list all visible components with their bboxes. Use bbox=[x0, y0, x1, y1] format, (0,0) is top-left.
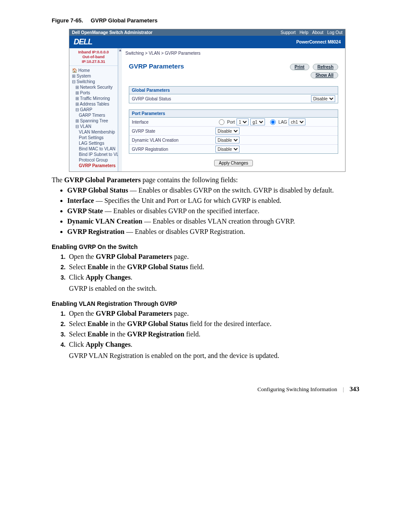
footer-separator: | bbox=[343, 386, 344, 392]
app-titlebar: Dell OpenManage Switch Administrator Sup… bbox=[69, 29, 345, 36]
nav-garp[interactable]: ⊟ GARP bbox=[75, 107, 117, 112]
step-result: GVRP is enabled on the switch. bbox=[69, 285, 359, 292]
dell-logo: DELL bbox=[74, 37, 92, 47]
port-parameters-group: Port Parameters Interface Port 1 g1 LAG … bbox=[129, 109, 338, 154]
nav-gvrp-parameters[interactable]: GVRP Parameters bbox=[78, 163, 117, 168]
nav-switching[interactable]: ⊟ Switching bbox=[71, 79, 117, 84]
nav-traffic-mirroring[interactable]: ⊞ Traffic Mirroring bbox=[75, 96, 117, 101]
port-label: Port bbox=[227, 120, 235, 124]
figure-number: Figure 7-65. bbox=[52, 17, 83, 24]
link-help[interactable]: Help bbox=[299, 30, 308, 35]
interface-label: Interface bbox=[132, 120, 214, 124]
page-footer: Configuring Switching Information | 343 bbox=[52, 386, 359, 393]
fields-list: GVRP Global Status — Enables or disables… bbox=[67, 187, 359, 236]
nav-garp-timers[interactable]: GARP Timers bbox=[78, 112, 117, 118]
product-name: PowerConnect M8024 bbox=[296, 40, 341, 44]
showall-button[interactable]: Show All bbox=[311, 72, 338, 78]
content-pane: GVRP Parameters Print Refresh Show All G… bbox=[122, 62, 345, 171]
titlebar-links: Support Help About Log Out bbox=[278, 30, 342, 35]
global-status-select[interactable]: Disable bbox=[311, 95, 335, 102]
gvrp-state-label: GVRP State bbox=[132, 129, 214, 134]
link-logout[interactable]: Log Out bbox=[327, 30, 342, 35]
nav-bind-mac[interactable]: Bind MAC to VLAN bbox=[78, 146, 117, 152]
nav-scrollbar[interactable]: ▲ bbox=[118, 48, 122, 171]
nav-network-security[interactable]: ⊞ Network Security bbox=[75, 84, 117, 90]
field-item: GVRP Registration — Enables or disables … bbox=[67, 228, 359, 236]
left-column: Inband IP:0.0.0.0 Out-of-band IP:10.27.5… bbox=[69, 48, 118, 171]
global-parameters-group: Global Parameters GVRP Global Status Dis… bbox=[129, 86, 338, 103]
gvrp-registration-label: GVRP Registration bbox=[132, 147, 214, 152]
footer-section: Configuring Switching Information bbox=[258, 386, 337, 392]
scroll-up-icon[interactable]: ▲ bbox=[118, 48, 122, 52]
section-enable-vlan-reg: Enabling VLAN Registration Through GVRP bbox=[52, 300, 359, 307]
steps-enable-vlan-reg: Open the GVRP Global Parameters page. Se… bbox=[67, 310, 359, 360]
section-enable-gvrp: Enabling GVRP On the Switch bbox=[52, 243, 359, 250]
lag-label: LAG bbox=[278, 120, 287, 124]
refresh-button[interactable]: Refresh bbox=[313, 64, 338, 70]
field-item: GVRP State — Enables or disables GVRP on… bbox=[67, 207, 359, 215]
app-title: Dell OpenManage Switch Administrator bbox=[72, 30, 153, 35]
port-if-select[interactable]: g1 bbox=[250, 118, 265, 125]
global-status-label: GVRP Global Status bbox=[132, 96, 214, 101]
port-radio[interactable] bbox=[219, 119, 224, 125]
nav-vlan[interactable]: ⊟ VLAN bbox=[75, 124, 117, 129]
pane-title: GVRP Parameters bbox=[129, 62, 184, 70]
breadcrumb: Switching > VLAN > GVRP Parameters bbox=[122, 48, 345, 61]
nav-ports[interactable]: ⊞ Ports bbox=[75, 90, 117, 96]
app-body: Inband IP:0.0.0.0 Out-of-band IP:10.27.5… bbox=[69, 48, 345, 171]
app-screenshot: Dell OpenManage Switch Administrator Sup… bbox=[69, 29, 346, 172]
inband-ip: Inband IP:0.0.0.0 bbox=[70, 50, 117, 55]
field-item: Dynamic VLAN Creation — Enables or disab… bbox=[67, 218, 359, 225]
intro-paragraph: The GVRP Global Parameters page contains… bbox=[52, 176, 359, 184]
nav-tree: 🏠 Home ⊞ System ⊟ Switching ⊞ Network Se… bbox=[69, 66, 118, 170]
field-item: GVRP Global Status — Enables or disables… bbox=[67, 187, 359, 194]
ip-area: Inband IP:0.0.0.0 Out-of-band IP:10.27.5… bbox=[69, 48, 118, 66]
nav-lag-settings[interactable]: LAG Settings bbox=[78, 140, 117, 146]
nav-bind-ip[interactable]: Bind IP Subnet to VL bbox=[78, 152, 117, 157]
field-item: Interface — Specifies the Unit and Port … bbox=[67, 197, 359, 205]
step-result: GVRP VLAN Registration is enabled on the… bbox=[69, 352, 359, 360]
nav-protocol-group[interactable]: Protocol Group bbox=[78, 157, 117, 163]
port-unit-select[interactable]: 1 bbox=[237, 118, 249, 125]
lag-radio[interactable] bbox=[270, 119, 276, 125]
outofband-ip: Out-of-band IP:10.27.5.31 bbox=[70, 55, 117, 64]
dynamic-vlan-select[interactable]: Disable bbox=[215, 137, 240, 143]
lag-select[interactable]: ch1 bbox=[289, 118, 305, 125]
apply-changes-button[interactable]: Apply Changes bbox=[214, 160, 253, 166]
port-parameters-header: Port Parameters bbox=[129, 110, 338, 118]
link-support[interactable]: Support bbox=[280, 30, 296, 35]
nav-home[interactable]: 🏠 Home bbox=[71, 68, 117, 73]
nav-system[interactable]: ⊞ System bbox=[71, 73, 117, 79]
steps-enable-gvrp: Open the GVRP Global Parameters page. Se… bbox=[67, 253, 359, 292]
nav-vlan-membership[interactable]: VLAN Membership bbox=[78, 129, 117, 135]
page-number: 343 bbox=[350, 386, 360, 392]
nav-address-tables[interactable]: ⊞ Address Tables bbox=[75, 101, 117, 107]
link-about[interactable]: About bbox=[312, 30, 323, 35]
dynamic-vlan-label: Dynamic VLAN Creation bbox=[132, 138, 214, 143]
figure-title: GVRP Global Parameters bbox=[91, 17, 158, 24]
gvrp-registration-select[interactable]: Disable bbox=[215, 146, 240, 152]
global-parameters-header: Global Parameters bbox=[129, 87, 338, 94]
gvrp-state-select[interactable]: Disable bbox=[215, 128, 240, 134]
nav-port-settings[interactable]: Port Settings bbox=[78, 135, 117, 140]
figure-caption: Figure 7-65. GVRP Global Parameters bbox=[52, 17, 359, 24]
nav-spanning-tree[interactable]: ⊞ Spanning Tree bbox=[75, 118, 117, 124]
right-column: Switching > VLAN > GVRP Parameters GVRP … bbox=[122, 48, 345, 171]
brand-bar: DELL PowerConnect M8024 bbox=[69, 36, 345, 48]
print-button[interactable]: Print bbox=[290, 64, 309, 70]
